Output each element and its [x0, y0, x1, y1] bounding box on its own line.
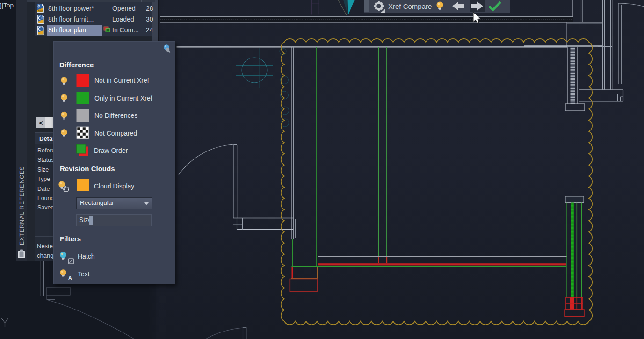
- svg-text:A: A: [68, 275, 72, 281]
- svg-text:DWG: DWG: [38, 10, 43, 13]
- svg-text:EXTERNAL REFERENCES: EXTERNAL REFERENCES: [19, 167, 25, 245]
